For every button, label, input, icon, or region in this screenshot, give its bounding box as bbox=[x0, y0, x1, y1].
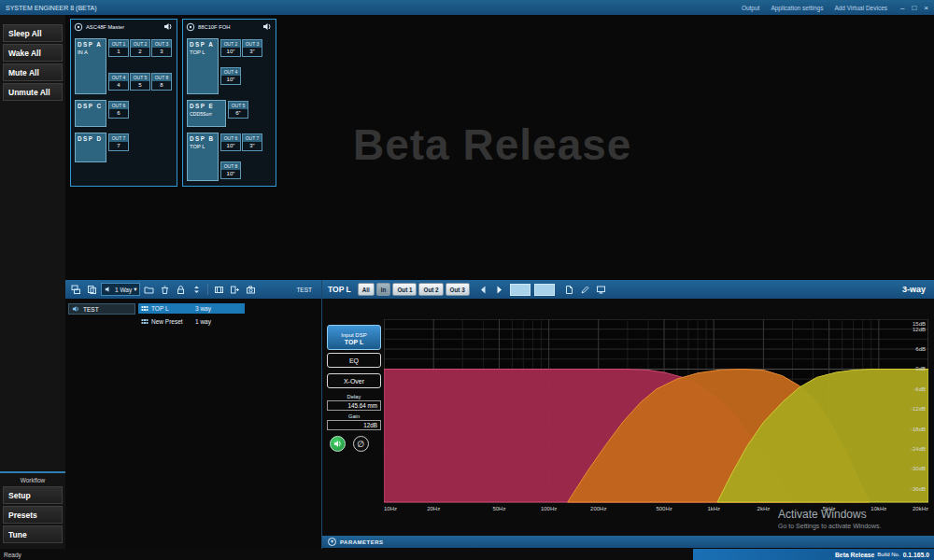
identify-icon[interactable] bbox=[186, 22, 195, 32]
output-cell[interactable]: OUT 22 bbox=[130, 39, 150, 57]
tune-button[interactable]: Tune bbox=[3, 525, 63, 543]
output-cell[interactable]: OUT 88 bbox=[151, 73, 172, 91]
phase-toggle-button[interactable]: ∅ bbox=[353, 436, 369, 452]
activate-line2: Go to Settings to activate Windows. bbox=[778, 523, 882, 529]
presets-button[interactable]: Presets bbox=[3, 506, 63, 524]
output-cell[interactable]: OUT 56" bbox=[228, 101, 248, 119]
dsp-block-d[interactable]: DSP D bbox=[75, 133, 106, 162]
display-toggle-b[interactable] bbox=[534, 284, 555, 296]
view-out1-button[interactable]: Out 1 bbox=[392, 283, 417, 296]
output-cell[interactable]: OUT 810" bbox=[220, 161, 241, 179]
input-dsp-button[interactable]: Input DSP TOP L bbox=[327, 325, 381, 350]
close-icon[interactable]: × bbox=[924, 4, 928, 12]
output-cell[interactable]: OUT 610" bbox=[220, 133, 241, 151]
view-out2-button[interactable]: Out 2 bbox=[418, 283, 443, 296]
menu-add-virtual-devices[interactable]: Add Virtual Devices bbox=[834, 5, 887, 11]
xover-button[interactable]: X-Over bbox=[327, 373, 381, 388]
eq-button[interactable]: EQ bbox=[327, 353, 381, 368]
delay-field[interactable]: 145.64 mm bbox=[327, 400, 381, 411]
film-icon[interactable] bbox=[212, 283, 226, 297]
tree-device-label: TEST bbox=[83, 306, 99, 313]
gain-field[interactable]: 12dB bbox=[327, 420, 381, 430]
output-cell-row: OUT 610" OUT 73" bbox=[220, 133, 262, 151]
svg-text:2kHz: 2kHz bbox=[757, 506, 771, 511]
output-cell[interactable]: OUT 66 bbox=[108, 101, 129, 119]
reorder-icon[interactable] bbox=[190, 283, 204, 297]
activate-line1: Activate Windows bbox=[778, 508, 882, 521]
mute-toggle-button[interactable] bbox=[330, 436, 346, 452]
svg-text:500Hz: 500Hz bbox=[656, 506, 672, 511]
delete-icon[interactable] bbox=[158, 283, 172, 297]
speaker-icon bbox=[333, 440, 343, 448]
crossover-chart[interactable]: 15dB12dB6dB0dB-6dB-12dB-18dB-24dB-30dB-3… bbox=[384, 319, 928, 513]
preset-tree[interactable]: TEST TOP L 3 way New Preset 1 way bbox=[65, 299, 321, 549]
new-preset-icon[interactable] bbox=[69, 283, 83, 297]
duplicate-preset-icon[interactable] bbox=[85, 283, 99, 297]
lock-icon[interactable] bbox=[174, 283, 188, 297]
output-cell[interactable]: OUT 33" bbox=[242, 39, 262, 57]
view-in-button[interactable]: In bbox=[376, 283, 391, 296]
speaker-icon[interactable] bbox=[163, 22, 174, 31]
app-title: SYSTEM ENGINEER 8 (BETA) bbox=[6, 5, 97, 11]
output-value: 1 bbox=[109, 48, 128, 56]
output-cell[interactable]: OUT 77 bbox=[108, 133, 129, 151]
svg-text:50Hz: 50Hz bbox=[492, 506, 505, 511]
ways-count-label: 3-way bbox=[902, 285, 926, 294]
design-workspace[interactable]: Beta Release ASC48F Master DSP A IN A OU… bbox=[65, 15, 934, 280]
dsp-sub-label: TOP L bbox=[190, 144, 216, 149]
output-cell[interactable]: OUT 410" bbox=[220, 67, 241, 85]
output-cell[interactable]: OUT 210" bbox=[220, 39, 241, 57]
output-cell-row: OUT 56" bbox=[228, 101, 248, 119]
store-preset-icon[interactable] bbox=[228, 283, 242, 297]
chevron-down-icon[interactable]: ▾ bbox=[328, 538, 336, 546]
menu-output[interactable]: Output bbox=[742, 5, 760, 11]
mute-all-button[interactable]: Mute All bbox=[3, 63, 63, 81]
output-label: OUT 8 bbox=[221, 162, 240, 170]
sleep-all-button[interactable]: Sleep All bbox=[3, 24, 63, 42]
output-value: 3" bbox=[243, 48, 262, 56]
device-panel-88c10f[interactable]: 88C10F FOH DSP A TOP L OUT 210" OUT 33" … bbox=[182, 19, 276, 187]
preset-ways: 1 way bbox=[195, 318, 211, 325]
output-label: OUT 6 bbox=[109, 102, 128, 109]
preset-item-top-l[interactable]: TOP L 3 way bbox=[138, 303, 245, 314]
display-toggle-a[interactable] bbox=[510, 284, 531, 296]
output-cell[interactable]: OUT 73" bbox=[242, 133, 262, 151]
ways-dropdown[interactable]: 1 Way ▾ bbox=[101, 283, 140, 296]
next-channel-icon[interactable] bbox=[492, 283, 506, 297]
camera-icon[interactable] bbox=[244, 283, 258, 297]
view-out3-button[interactable]: Out 3 bbox=[446, 283, 470, 296]
wake-all-button[interactable]: Wake All bbox=[3, 44, 63, 62]
output-cell[interactable]: OUT 55 bbox=[130, 73, 150, 91]
output-value: 10" bbox=[221, 76, 240, 84]
setup-button[interactable]: Setup bbox=[3, 486, 63, 504]
minimize-icon[interactable]: – bbox=[900, 4, 904, 12]
unmute-all-button[interactable]: Unmute All bbox=[3, 83, 63, 101]
preset-item-new-preset[interactable]: New Preset 1 way bbox=[138, 316, 245, 327]
beta-watermark: Beta Release bbox=[353, 119, 631, 170]
output-label: OUT 3 bbox=[152, 40, 171, 48]
open-folder-icon[interactable] bbox=[142, 283, 156, 297]
preset-name: TOP L bbox=[151, 305, 192, 312]
dsp-block-b[interactable]: DSP B TOP L bbox=[187, 133, 219, 181]
edit-pencil-icon[interactable] bbox=[578, 283, 592, 297]
copy-page-icon[interactable] bbox=[562, 283, 576, 297]
dsp-block-a[interactable]: DSP A IN A bbox=[75, 38, 106, 94]
delay-label: Delay bbox=[327, 394, 381, 399]
parameters-bar[interactable]: ▾ PARAMETERS bbox=[322, 536, 934, 548]
output-cell[interactable]: OUT 33 bbox=[151, 39, 172, 57]
identify-icon[interactable] bbox=[74, 22, 83, 32]
output-cell[interactable]: OUT 44 bbox=[108, 73, 129, 91]
monitor-icon[interactable] bbox=[594, 283, 608, 297]
dsp-block-c[interactable]: DSP C bbox=[75, 100, 106, 127]
menu-application-settings[interactable]: Application settings bbox=[771, 5, 823, 11]
output-cell[interactable]: OUT 11 bbox=[108, 39, 129, 57]
tune-toolbar: TOP L All In Out 1 Out 2 Out 3 3-way bbox=[322, 280, 934, 299]
maximize-icon[interactable]: □ bbox=[912, 4, 916, 12]
view-all-button[interactable]: All bbox=[358, 283, 375, 296]
prev-channel-icon[interactable] bbox=[476, 283, 490, 297]
speaker-icon[interactable] bbox=[262, 22, 273, 31]
dsp-block-e[interactable]: DSP E CDD5Surr bbox=[187, 100, 226, 127]
tree-device-test[interactable]: TEST bbox=[68, 303, 135, 315]
device-panel-asc48f[interactable]: ASC48F Master DSP A IN A OUT 11 OUT 22 O… bbox=[70, 19, 177, 187]
dsp-block-a[interactable]: DSP A TOP L bbox=[187, 38, 219, 94]
